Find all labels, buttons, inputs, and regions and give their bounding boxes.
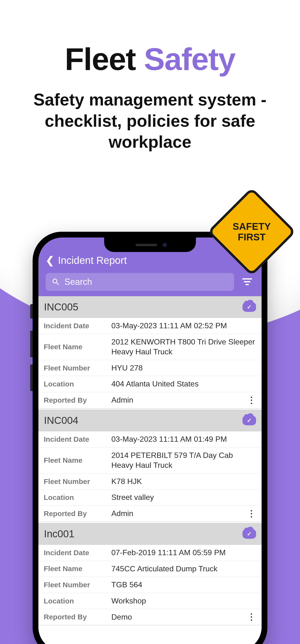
- row-label: Incident Date: [44, 549, 111, 557]
- incident-card[interactable]: INC005 ✓ Incident Date 03-May-2023 11:11…: [38, 296, 262, 409]
- incident-id: INC004: [44, 415, 78, 426]
- row-value: 07-Feb-2019 11:11 AM 05:59 PM: [111, 548, 256, 558]
- table-row: Incident Date 03-May-2023 11:11 AM 02:52…: [38, 318, 262, 334]
- row-label: Fleet Name: [44, 456, 111, 464]
- more-icon[interactable]: ⋮: [247, 508, 256, 519]
- table-row: Reported By Demo ⋮: [38, 609, 262, 626]
- svg-rect-0: [242, 278, 252, 280]
- incident-card-header[interactable]: INC005 ✓: [38, 296, 262, 318]
- filter-icon[interactable]: [240, 278, 254, 286]
- incident-id: INC005: [44, 301, 78, 313]
- cloud-synced-icon: ✓: [242, 416, 256, 425]
- app-screen: ❮ Incident Report Search: [38, 238, 262, 644]
- incident-card[interactable]: INC004 ✓ Incident Date 03-May-2023 11:11…: [38, 410, 262, 522]
- incident-card-header[interactable]: INC004 ✓: [38, 410, 262, 431]
- page-title: Incident Report: [58, 255, 127, 266]
- row-label: Incident Date: [44, 435, 111, 444]
- safety-first-sign: SAFETY FIRST: [220, 200, 283, 263]
- search-placeholder: Search: [65, 277, 92, 287]
- row-value: 404 Atlanta United States: [111, 379, 256, 389]
- hero-subtitle: Safety management system - checklist, po…: [19, 89, 281, 153]
- row-value: 2012 KENWORTH T800 Tri Drive Sleeper Hea…: [111, 337, 256, 357]
- phone-frame: ❮ Incident Report Search: [33, 232, 267, 644]
- table-row: Location Street valley: [38, 490, 262, 506]
- row-label: Fleet Name: [44, 564, 111, 573]
- table-row: Fleet Number TGB 564: [38, 577, 262, 593]
- phone-notch: [104, 238, 196, 252]
- safety-sign-line2: FIRST: [233, 232, 271, 242]
- row-value: Street valley: [111, 492, 256, 502]
- row-value: Workshop: [111, 596, 256, 606]
- hero-title-black: Fleet: [65, 42, 144, 77]
- table-row: Fleet Number K78 HJK: [38, 474, 262, 490]
- row-label: Fleet Number: [44, 364, 111, 372]
- row-value: Admin: [111, 508, 247, 519]
- cloud-synced-icon: ✓: [242, 302, 256, 312]
- row-value: HYU 278: [111, 363, 256, 373]
- row-value: Admin: [111, 395, 247, 405]
- cloud-synced-icon: ✓: [242, 529, 256, 539]
- incident-list[interactable]: INC005 ✓ Incident Date 03-May-2023 11:11…: [38, 296, 262, 644]
- phone-side-button: [30, 364, 33, 391]
- table-row: Location Workshop: [38, 593, 262, 609]
- table-row: Fleet Name 745CC Articulated Dump Truck: [38, 561, 262, 577]
- search-input[interactable]: Search: [46, 273, 234, 291]
- row-value: 745CC Articulated Dump Truck: [111, 564, 256, 574]
- row-value: K78 HJK: [111, 476, 256, 486]
- row-label: Fleet Name: [44, 343, 111, 351]
- table-row: Incident Date 07-Feb-2019 11:11 AM 05:59…: [38, 545, 262, 561]
- row-value: Demo: [111, 612, 247, 622]
- hero-title: Fleet Safety: [0, 41, 300, 77]
- row-label: Location: [44, 380, 111, 388]
- table-row: Reported By Admin ⋮: [38, 506, 262, 522]
- row-label: Incident Date: [44, 322, 111, 330]
- row-label: Reported By: [44, 613, 111, 621]
- row-label: Fleet Number: [44, 478, 111, 486]
- table-row: Location 404 Atlanta United States: [38, 376, 262, 392]
- row-value: 03-May-2023 11:11 AM 01:49 PM: [111, 434, 256, 444]
- incident-id: Inc001: [44, 528, 74, 540]
- more-icon[interactable]: ⋮: [247, 612, 256, 622]
- search-row: Search: [38, 270, 262, 296]
- incident-card-header[interactable]: Inc001 ✓: [38, 523, 262, 545]
- back-icon[interactable]: ❮: [46, 254, 54, 266]
- row-label: Reported By: [44, 510, 111, 518]
- phone-side-button: [30, 304, 33, 318]
- row-label: Reported By: [44, 396, 111, 404]
- more-icon[interactable]: ⋮: [247, 395, 256, 405]
- row-label: Location: [44, 494, 111, 502]
- phone-side-button: [30, 331, 33, 357]
- table-row: Reported By Admin ⋮: [38, 392, 262, 409]
- search-icon: [52, 278, 60, 286]
- row-value: 2014 PETERBILT 579 T/A Day Cab Heavy Hau…: [111, 450, 256, 470]
- safety-sign-line1: SAFETY: [233, 221, 271, 232]
- table-row: Fleet Number HYU 278: [38, 360, 262, 376]
- row-label: Fleet Number: [44, 581, 111, 589]
- row-value: TGB 564: [111, 580, 256, 590]
- row-label: Location: [44, 597, 111, 605]
- incident-card[interactable]: Inc001 ✓ Incident Date 07-Feb-2019 11:11…: [38, 523, 262, 626]
- svg-rect-1: [244, 281, 250, 282]
- svg-rect-2: [245, 284, 248, 285]
- hero-title-purple: Safety: [144, 42, 235, 77]
- row-value: 03-May-2023 11:11 AM 02:52 PM: [111, 321, 256, 331]
- table-row: Fleet Name 2014 PETERBILT 579 T/A Day Ca…: [38, 448, 262, 474]
- table-row: Fleet Name 2012 KENWORTH T800 Tri Drive …: [38, 334, 262, 360]
- table-row: Incident Date 03-May-2023 11:11 AM 01:49…: [38, 431, 262, 448]
